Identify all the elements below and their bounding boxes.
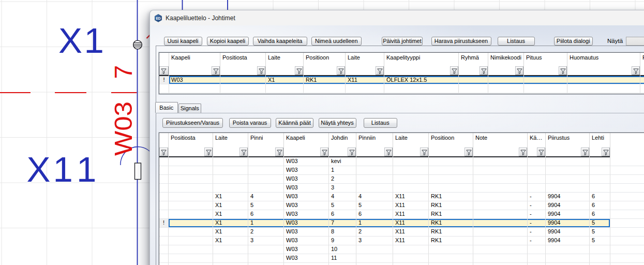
table-row[interactable]: X16W0366X11RK1-99046 (159, 210, 644, 219)
table-row[interactable]: W0311 (159, 254, 644, 263)
table-cell[interactable] (528, 157, 546, 166)
table-cell[interactable]: X11 (393, 201, 429, 210)
filter-button[interactable] (537, 148, 545, 156)
table-cell[interactable] (248, 263, 284, 265)
table-cell[interactable] (169, 157, 213, 166)
table-cell[interactable] (356, 245, 393, 254)
table-cell[interactable]: 8 (329, 228, 356, 237)
table-cell-filler[interactable] (610, 237, 644, 245)
table-cell[interactable] (459, 84, 488, 93)
table-cell[interactable]: 4 (356, 193, 393, 201)
table-cell[interactable]: X1 (213, 237, 248, 245)
table-cell[interactable] (473, 237, 528, 245)
update-conductors-button[interactable]: Päivitä johtimet (382, 37, 423, 46)
table-row[interactable]: X13W0393X11RK1-99045 (159, 237, 644, 245)
table-row[interactable]: W033 (159, 184, 644, 193)
column-header[interactable] (159, 53, 169, 76)
table-cell[interactable]: 5 (590, 228, 610, 237)
row-flag-cell[interactable] (159, 84, 169, 93)
row-flag-cell[interactable] (159, 245, 169, 254)
table-cell[interactable] (220, 76, 266, 85)
table-cell[interactable] (213, 166, 248, 175)
table-cell[interactable] (356, 184, 393, 193)
table-cell[interactable] (528, 263, 546, 265)
table-cell[interactable]: W03 (284, 184, 329, 193)
table-cell[interactable] (640, 84, 644, 93)
filter-button[interactable] (515, 66, 523, 75)
table-cell[interactable]: 5 (356, 201, 393, 210)
table-cell[interactable]: X11 (393, 210, 429, 219)
table-cell[interactable] (590, 184, 610, 193)
table-cell[interactable]: 3 (248, 237, 284, 245)
table-row[interactable]: X15W0355X11RK1-99046 (159, 201, 644, 210)
table-cell[interactable] (393, 166, 429, 175)
table-row[interactable]: !X11W0371X11RK1-99045 (159, 219, 644, 228)
row-flag-cell[interactable] (159, 193, 169, 201)
row-flag-cell[interactable] (159, 254, 169, 263)
table-cell[interactable]: X1 (213, 219, 248, 228)
table-cell[interactable]: X11 (393, 228, 429, 237)
table-cell[interactable] (473, 245, 528, 254)
row-flag-cell[interactable] (159, 184, 169, 193)
table-cell[interactable] (488, 76, 524, 85)
table-cell[interactable] (429, 184, 473, 193)
table-cell[interactable]: 9904 (546, 219, 590, 228)
table-cell[interactable] (429, 254, 473, 263)
table-cell[interactable] (284, 263, 329, 265)
table-row[interactable] (159, 263, 644, 265)
filter-button[interactable] (559, 66, 567, 75)
table-cell[interactable] (590, 157, 610, 166)
table-cell[interactable] (248, 254, 284, 263)
table-cell[interactable]: W03 (284, 175, 329, 184)
table-cell[interactable] (356, 263, 393, 265)
table-cell[interactable] (248, 166, 284, 175)
table-cell[interactable] (393, 175, 429, 184)
row-flag-cell[interactable] (159, 166, 169, 175)
table-cell-filler[interactable] (610, 254, 644, 263)
column-header[interactable]: Laite (346, 53, 384, 76)
to-drawing-reserve-button[interactable]: Piirustukseen/Varaus (162, 118, 223, 128)
rake-to-drawing-button[interactable]: Harava piirustukseen (431, 37, 491, 46)
table-cell[interactable]: 2 (248, 228, 284, 237)
table-cell-filler[interactable] (610, 263, 644, 265)
table-cell[interactable] (546, 166, 590, 175)
table-cell[interactable]: 3 (356, 237, 393, 245)
table-cell[interactable]: 6 (590, 210, 610, 219)
table-cell[interactable] (169, 228, 213, 237)
table-row[interactable]: !W03X1RK1X11ÖLFLEX 12x1.5 (159, 76, 644, 85)
filter-button[interactable] (337, 66, 345, 75)
column-header[interactable]: Johdin (329, 133, 356, 157)
table-cell[interactable] (473, 157, 528, 166)
dialog-titlebar[interactable]: ED Kaapeliluettelo - Johtimet (150, 10, 644, 25)
table-cell[interactable] (546, 157, 590, 166)
table-cell[interactable]: 9904 (546, 237, 590, 245)
table-row[interactable]: W032 (159, 175, 644, 184)
table-cell-filler[interactable] (610, 210, 644, 219)
table-cell[interactable] (329, 263, 356, 265)
table-cell[interactable]: W03 (284, 157, 329, 166)
filter-button[interactable] (420, 148, 428, 156)
table-cell[interactable] (220, 84, 266, 93)
row-flag-cell[interactable] (159, 228, 169, 237)
table-cell[interactable]: W03 (284, 237, 329, 245)
table-cell[interactable] (590, 263, 610, 265)
column-header[interactable]: Piirustus (640, 53, 644, 76)
table-cell[interactable]: W03 (284, 228, 329, 237)
filter-button[interactable] (632, 66, 640, 75)
column-header[interactable]: Kä… (528, 133, 546, 157)
table-cell[interactable] (213, 175, 248, 184)
table-cell[interactable] (528, 175, 546, 184)
table-cell[interactable] (429, 245, 473, 254)
filter-button[interactable] (159, 148, 168, 156)
table-cell[interactable]: X1 (213, 201, 248, 210)
table-cell[interactable] (473, 228, 528, 237)
column-header[interactable]: Positioon (429, 133, 473, 157)
table-cell[interactable] (248, 157, 284, 166)
row-flag-cell[interactable] (159, 237, 169, 245)
table-cell[interactable]: W03 (284, 254, 329, 263)
table-cell[interactable] (473, 254, 528, 263)
table-cell[interactable] (473, 263, 528, 265)
table-cell[interactable] (169, 210, 213, 219)
table-cell[interactable] (393, 263, 429, 265)
listing-button[interactable]: Listaus (498, 37, 535, 46)
